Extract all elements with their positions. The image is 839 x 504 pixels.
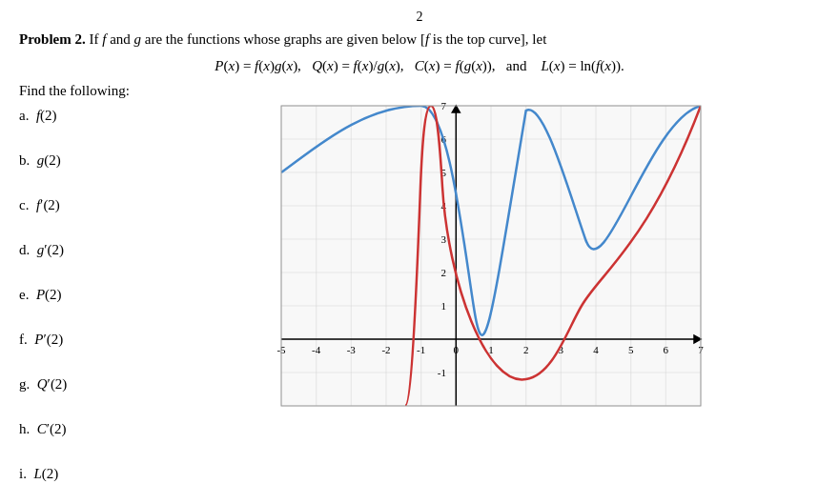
problem-header: Problem 2. If f and g are the functions … [19,29,820,50]
question-c: c. f′(2) [19,195,229,215]
problem-label: Problem 2. [19,31,86,47]
svg-text:1: 1 [441,300,447,312]
questions-col: a. f(2) b. g(2) c. f′(2) d. g′(2) e. P(2… [19,101,229,505]
svg-text:-2: -2 [381,344,390,355]
question-f: f. P′(2) [19,330,229,350]
graph-col: -4 -3 -2 -1 0 1 2 3 4 5 6 7 -5 -1 1 2 [229,101,820,434]
svg-text:2: 2 [441,267,447,278]
page-number: 2 [19,10,820,25]
svg-text:6: 6 [664,344,669,355]
svg-text:-4: -4 [312,344,321,355]
question-a: a. f(2) [19,106,229,126]
equations: P(x) = f(x)g(x), Q(x) = f(x)/g(x), C(x) … [19,54,820,77]
svg-text:5: 5 [628,344,634,355]
question-i: i. L(2) [19,464,229,484]
svg-text:2: 2 [523,344,529,355]
question-d: d. g′(2) [19,240,229,260]
question-h: h. C′(2) [19,419,229,439]
svg-text:0: 0 [454,344,460,355]
graph-svg: -4 -3 -2 -1 0 1 2 3 4 5 6 7 -5 -1 1 2 [238,91,715,434]
question-e: e. P(2) [19,285,229,305]
question-g: g. Q′(2) [19,374,229,394]
svg-text:3: 3 [441,233,447,245]
graph-container: -4 -3 -2 -1 0 1 2 3 4 5 6 7 -5 -1 1 2 [238,91,715,434]
svg-text:-3: -3 [347,344,357,355]
svg-text:-1: -1 [417,344,425,355]
content-area: a. f(2) b. g(2) c. f′(2) d. g′(2) e. P(2… [19,101,820,505]
svg-text:-1: -1 [438,367,446,378]
svg-text:4: 4 [593,344,599,355]
question-b: b. g(2) [19,151,229,171]
